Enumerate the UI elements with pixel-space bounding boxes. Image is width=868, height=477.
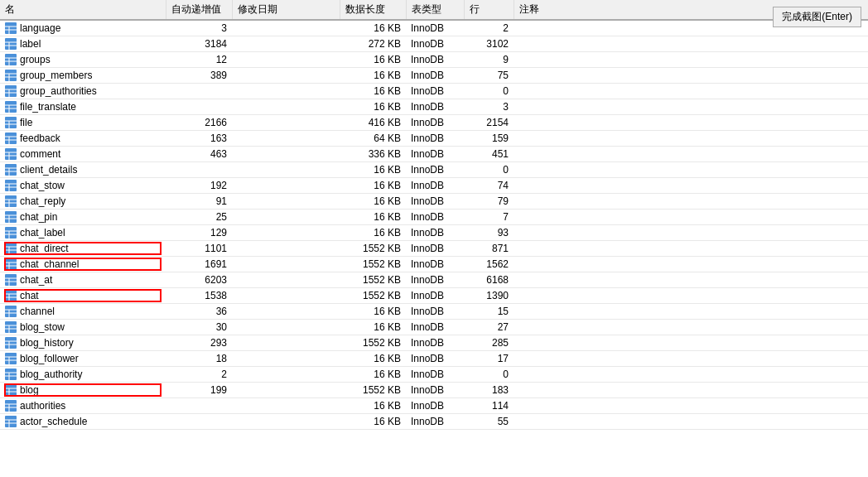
row-name: group_authorities bbox=[20, 85, 97, 97]
row-type: InnoDB bbox=[406, 225, 464, 241]
top-bar: 完成截图(Enter) bbox=[773, 7, 861, 27]
table-row[interactable]: chat_pin2516 KBInnoDB7 bbox=[0, 210, 868, 225]
row-type: InnoDB bbox=[406, 335, 464, 351]
svg-rect-100 bbox=[5, 416, 17, 427]
row-type: InnoDB bbox=[406, 36, 464, 52]
table-icon bbox=[5, 353, 17, 364]
row-auto-increment: 2166 bbox=[166, 115, 232, 131]
table-row[interactable]: channel3616 KBInnoDB15 bbox=[0, 304, 868, 320]
row-count: 0 bbox=[464, 84, 514, 99]
row-size: 16 KB bbox=[340, 162, 406, 178]
table-row[interactable]: chat_label12916 KBInnoDB93 bbox=[0, 225, 868, 241]
table-row[interactable]: chat_reply9116 KBInnoDB79 bbox=[0, 194, 868, 210]
row-note bbox=[514, 36, 868, 52]
table-row[interactable]: file_translate16 KBInnoDB3 bbox=[0, 99, 868, 115]
row-note bbox=[514, 225, 868, 241]
row-name: actor_schedule bbox=[20, 416, 87, 427]
table-row[interactable]: group_authorities16 KBInnoDB0 bbox=[0, 84, 868, 99]
svg-rect-40 bbox=[5, 180, 17, 191]
row-date bbox=[232, 210, 340, 225]
row-type: InnoDB bbox=[406, 414, 464, 430]
complete-screenshot-button[interactable]: 完成截图(Enter) bbox=[773, 7, 861, 27]
row-count: 93 bbox=[464, 225, 514, 241]
row-date bbox=[232, 36, 340, 52]
row-count: 183 bbox=[464, 383, 514, 398]
table-row[interactable]: file2166416 KBInnoDB2154 bbox=[0, 115, 868, 131]
table-row[interactable]: blog_authority216 KBInnoDB0 bbox=[0, 367, 868, 383]
table-icon bbox=[5, 180, 17, 191]
row-auto-increment: 25 bbox=[166, 210, 232, 225]
row-auto-increment bbox=[166, 414, 232, 430]
table-row[interactable]: label3184272 KBInnoDB3102 bbox=[0, 36, 868, 52]
row-auto-increment bbox=[166, 99, 232, 115]
row-size: 16 KB bbox=[340, 414, 406, 430]
row-size: 272 KB bbox=[340, 36, 406, 52]
database-table: 名 自动递增值 修改日期 数据长度 表类型 行 注释 language316 K… bbox=[0, 0, 868, 430]
table-row[interactable]: authorities16 KBInnoDB114 bbox=[0, 398, 868, 414]
row-size: 16 KB bbox=[340, 178, 406, 194]
row-size: 1552 KB bbox=[340, 383, 406, 398]
row-size: 16 KB bbox=[340, 367, 406, 383]
row-type: InnoDB bbox=[406, 241, 464, 257]
row-count: 15 bbox=[464, 304, 514, 320]
table-row[interactable]: chat15381552 KBInnoDB1390 bbox=[0, 288, 868, 304]
table-wrapper[interactable]: 名 自动递增值 修改日期 数据长度 表类型 行 注释 language316 K… bbox=[0, 0, 868, 477]
row-note bbox=[514, 383, 868, 398]
table-icon bbox=[5, 227, 17, 238]
row-size: 1552 KB bbox=[340, 272, 406, 288]
table-icon bbox=[5, 195, 17, 207]
row-name: blog_stow bbox=[20, 321, 65, 333]
row-type: InnoDB bbox=[406, 131, 464, 147]
table-row[interactable]: groups1216 KBInnoDB9 bbox=[0, 52, 868, 68]
row-date bbox=[232, 383, 340, 398]
table-row[interactable]: language316 KBInnoDB2 bbox=[0, 20, 868, 36]
row-type: InnoDB bbox=[406, 68, 464, 84]
row-date bbox=[232, 68, 340, 84]
row-auto-increment: 6203 bbox=[166, 272, 232, 288]
table-row[interactable]: blog_follower1816 KBInnoDB17 bbox=[0, 351, 868, 367]
table-row[interactable]: comment463336 KBInnoDB451 bbox=[0, 147, 868, 162]
row-date bbox=[232, 147, 340, 162]
svg-rect-48 bbox=[5, 211, 17, 223]
row-note bbox=[514, 84, 868, 99]
table-icon bbox=[5, 400, 17, 412]
svg-rect-28 bbox=[5, 132, 17, 144]
row-note bbox=[514, 68, 868, 84]
table-icon bbox=[5, 321, 17, 333]
table-row[interactable]: feedback16364 KBInnoDB159 bbox=[0, 131, 868, 147]
row-count: 7 bbox=[464, 210, 514, 225]
row-date bbox=[232, 225, 340, 241]
row-auto-increment: 1691 bbox=[166, 257, 232, 272]
table-row[interactable]: blog_stow3016 KBInnoDB27 bbox=[0, 320, 868, 335]
svg-rect-64 bbox=[5, 274, 17, 286]
row-count: 3102 bbox=[464, 36, 514, 52]
row-count: 75 bbox=[464, 68, 514, 84]
table-row[interactable]: blog1991552 KBInnoDB183 bbox=[0, 383, 868, 398]
svg-rect-76 bbox=[5, 321, 17, 333]
row-date bbox=[232, 398, 340, 414]
table-row[interactable]: actor_schedule16 KBInnoDB55 bbox=[0, 414, 868, 430]
row-size: 16 KB bbox=[340, 99, 406, 115]
table-row[interactable]: blog_history2931552 KBInnoDB285 bbox=[0, 335, 868, 351]
table-row[interactable]: chat_at62031552 KBInnoDB6168 bbox=[0, 272, 868, 288]
table-icon bbox=[5, 306, 17, 317]
row-auto-increment: 18 bbox=[166, 351, 232, 367]
table-row[interactable]: client_details16 KBInnoDB0 bbox=[0, 162, 868, 178]
table-row[interactable]: chat_direct11011552 KBInnoDB871 bbox=[0, 241, 868, 257]
row-name: client_details bbox=[20, 164, 77, 176]
row-auto-increment: 293 bbox=[166, 335, 232, 351]
table-row[interactable]: group_members38916 KBInnoDB75 bbox=[0, 68, 868, 84]
row-auto-increment: 1538 bbox=[166, 288, 232, 304]
table-icon bbox=[5, 337, 17, 349]
svg-rect-56 bbox=[5, 243, 17, 254]
col-header-name: 名 bbox=[0, 0, 166, 20]
row-note bbox=[514, 351, 868, 367]
table-row[interactable]: chat_channel16911552 KBInnoDB1562 bbox=[0, 257, 868, 272]
row-name: chat_reply bbox=[20, 195, 65, 207]
table-icon bbox=[5, 258, 17, 270]
row-size: 16 KB bbox=[340, 84, 406, 99]
table-row[interactable]: chat_stow19216 KBInnoDB74 bbox=[0, 178, 868, 194]
row-date bbox=[232, 288, 340, 304]
row-type: InnoDB bbox=[406, 52, 464, 68]
row-count: 55 bbox=[464, 414, 514, 430]
